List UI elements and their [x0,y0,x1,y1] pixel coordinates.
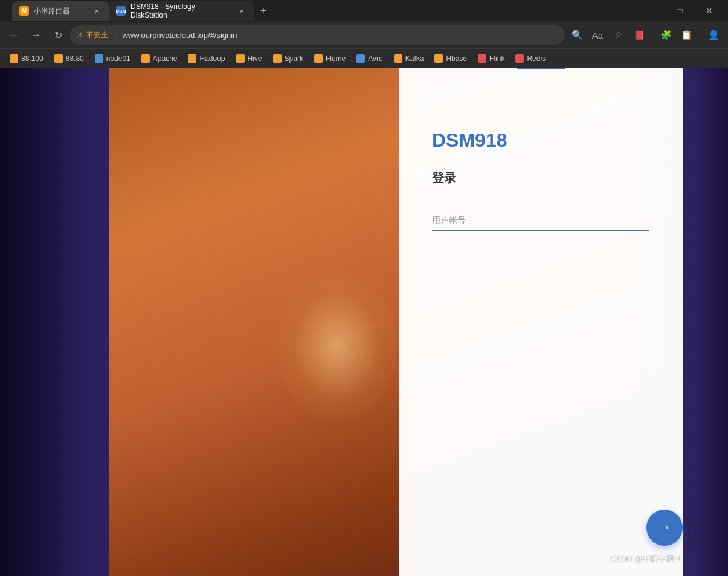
bookmark-icon-apache [141,54,150,63]
tab-mi-router[interactable]: M 小米路由器 ✕ [12,1,109,21]
bookmark-kafka[interactable]: Kafka [389,51,429,66]
username-input-wrapper [432,210,649,231]
divider [652,29,652,41]
bookmark-icon-node01 [95,54,103,63]
bookmark-label-flink: Flink [489,54,504,63]
warning-text: 不安全 [86,30,108,40]
forward-button[interactable]: → [27,25,46,45]
warning-icon: ⚠ [77,31,84,39]
bookmark-spark[interactable]: Spark [268,51,308,66]
bookmark-icon-redis [515,54,524,63]
search-icon[interactable]: 🔍 [567,25,587,45]
bookmark-icon-spark [273,54,282,63]
bookmark-icon-hbase [434,54,443,63]
url-separator: | [114,31,116,40]
bookmark-icon-hadoop [188,54,196,63]
tab-favicon-mi: M [19,6,29,16]
tab-favicon-dsm: DSN [116,6,126,16]
next-button[interactable]: → [646,510,683,546]
bookmark-icon-8880 [54,54,63,63]
url-text: www.ourprivatecloud.top/#/signin [122,31,558,40]
bookmark-icon-kafka [394,54,402,63]
maximize-button[interactable]: □ [666,2,694,20]
username-input[interactable] [432,210,649,231]
bookmark-label-redis: Redis [527,54,546,63]
bookmark-avro[interactable]: Avro [352,51,387,66]
login-panel-inner: DSM918 登录 [399,69,683,576]
url-bar[interactable]: ⚠ 不安全 | www.ourprivatecloud.top/#/signin [70,25,565,45]
browser-chrome: M 小米路由器 ✕ DSN DSM918 - Synology DiskStat… [0,0,728,68]
bookmark-apache[interactable]: Apache [137,51,182,66]
bookmark-node01[interactable]: node01 [90,51,135,66]
profile-icon[interactable]: 👤 [704,25,723,45]
reader-view-icon[interactable]: 📕 [629,25,648,45]
canyon-light [277,271,398,422]
title-bar: M 小米路由器 ✕ DSN DSM918 - Synology DiskStat… [0,0,728,22]
bookmark-label-88100: 88.100 [21,54,43,63]
bookmark-icon-flink [478,54,486,63]
login-panel: DSM918 登录 [399,68,683,576]
window-controls-right: ─ □ ✕ [637,2,723,20]
bookmark-88100[interactable]: 88.100 [5,51,48,66]
bookmark-hbase[interactable]: Hbase [430,51,472,66]
bookmark-flink[interactable]: Flink [473,51,509,66]
bookmark-8880[interactable]: 88.80 [50,51,89,66]
bookmark-flume[interactable]: Flume [309,51,350,66]
extensions-icon[interactable]: 🧩 [656,25,675,45]
divider2 [700,29,700,41]
refresh-button[interactable]: ↻ [48,25,68,45]
address-bar: ← → ↻ ⚠ 不安全 | www.ourprivatecloud.top/#/… [0,22,728,48]
bookmark-label-flume: Flume [326,54,346,63]
security-warning: ⚠ 不安全 [77,30,108,40]
minimize-button[interactable]: ─ [637,2,665,20]
bookmark-label-8880: 88.80 [66,54,84,63]
bookmark-label-apache: Apache [153,54,178,63]
bookmark-icon-hive [236,54,245,63]
server-name-title: DSM918 [432,129,649,152]
back-button[interactable]: ← [5,25,24,45]
tabs-area: M 小米路由器 ✕ DSN DSM918 - Synology DiskStat… [12,1,635,21]
tab-close-mi[interactable]: ✕ [92,6,101,16]
tab-label-mi: 小米路由器 [34,6,70,16]
bookmark-icon-flume [314,54,323,63]
watermark: CSDN @牛啊牛啊!!! [610,553,680,564]
collections-icon[interactable]: 📋 [677,25,696,45]
login-label: 登录 [432,170,649,186]
page-content: DSM918 登录 → CSDN @牛啊牛啊!!! [0,68,728,576]
bookmark-label-hive: Hive [248,54,262,63]
bookmark-label-kafka: Kafka [405,54,424,63]
next-arrow-icon: → [658,520,671,536]
bookmark-icon-avro [356,54,365,63]
bookmark-label-node01: node01 [106,54,130,63]
bookmarks-bar: 88.100 88.80 node01 Apache Hadoop Hive S… [0,48,728,68]
bookmark-label-avro: Avro [368,54,382,63]
bookmark-label-hadoop: Hadoop [199,54,225,63]
close-button[interactable]: ✕ [695,2,723,20]
bookmark-label-hbase: Hbase [446,54,467,63]
bookmark-hive[interactable]: Hive [231,51,267,66]
bookmark-hadoop[interactable]: Hadoop [183,51,230,66]
read-mode-icon[interactable]: Aa [588,25,607,45]
new-tab-button[interactable]: + [254,1,273,21]
toolbar-icons: 🔍 Aa ☆ 📕 🧩 📋 👤 [567,25,723,45]
favorites-icon[interactable]: ☆ [608,25,628,45]
bookmark-redis[interactable]: Redis [511,51,550,66]
tab-dsm918[interactable]: DSN DSM918 - Synology DiskStation ✕ [109,1,254,21]
tab-label-dsm: DSM918 - Synology DiskStation [130,2,232,19]
bookmark-icon-88100 [10,54,18,63]
bookmark-label-spark: Spark [285,54,303,63]
tab-close-dsm[interactable]: ✕ [237,6,246,16]
